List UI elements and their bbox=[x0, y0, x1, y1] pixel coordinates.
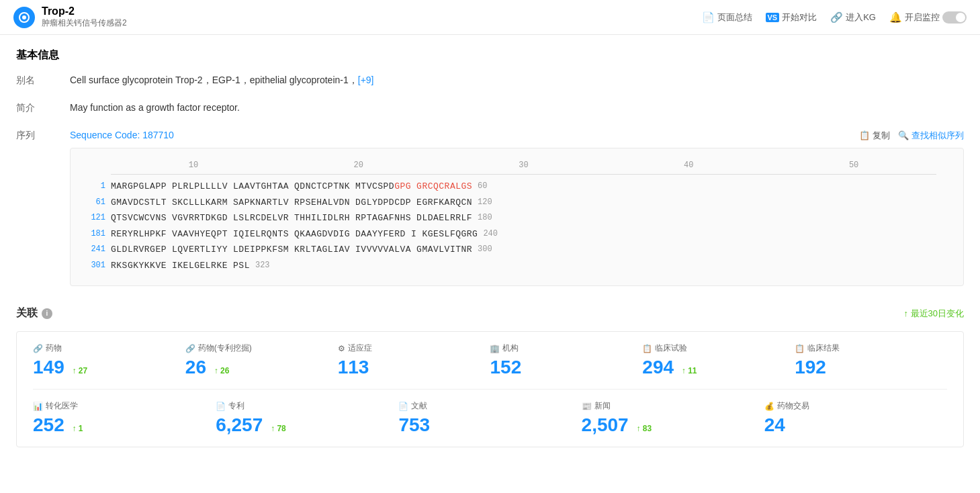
header: Trop-2 肿瘤相关钙信号传感器2 📄 页面总结 VS 开始对比 🔗 进入KG… bbox=[0, 0, 980, 35]
seq-row-3: 121 QTSVCWCVNS VGVRRTDKGD LSLRCDELVR THH… bbox=[84, 212, 950, 225]
seq-ruler: 10 20 30 40 50 bbox=[84, 159, 950, 171]
seq-blocks-2: GMAVDCSTLT SKCLLLKARM SAPKNARTLV RPSEHAL… bbox=[111, 196, 472, 210]
relations-info-icon[interactable]: i bbox=[42, 308, 52, 319]
compare-icon: VS bbox=[766, 13, 780, 22]
stat-literature[interactable]: 📄 文献 753 bbox=[398, 400, 581, 436]
stat-drug[interactable]: 🔗 药物 149 ↑ 27 bbox=[33, 343, 185, 378]
find-similar-button[interactable]: 🔍 查找相似序列 bbox=[898, 129, 964, 142]
alias-text: Cell surface glycoprotein Trop-2，EGP-1，e… bbox=[70, 75, 358, 85]
stat-news-value: 2,507 ↑ 83 bbox=[582, 414, 754, 436]
drug-icon: 🔗 bbox=[33, 344, 43, 353]
seq-num-end-5: 300 bbox=[472, 243, 499, 257]
main-content: 基本信息 别名 Cell surface glycoprotein Trop-2… bbox=[0, 35, 980, 461]
stat-drug-patent-label: 🔗 药物(专利挖掘) bbox=[185, 343, 327, 354]
seq-row-5: 241 GLDLRVRGEP LQVERTLIYY LDEIPPKFSM KRL… bbox=[84, 243, 950, 257]
news-icon: 📰 bbox=[582, 402, 592, 411]
relations-title-text: 关联 bbox=[16, 306, 38, 320]
seq-num-5: 241 bbox=[84, 243, 111, 257]
seq-num-1: 1 bbox=[84, 180, 111, 193]
monitor-icon: 🔔 bbox=[889, 11, 902, 24]
relations-header: 关联 i ↑ 最近30日变化 bbox=[16, 306, 964, 320]
stat-drug-patent[interactable]: 🔗 药物(专利挖掘) 26 ↑ 26 bbox=[185, 343, 338, 378]
copy-icon: 📋 bbox=[859, 129, 870, 142]
kg-icon: 🔗 bbox=[830, 11, 843, 24]
stat-institution-label: 🏢 机构 bbox=[490, 343, 631, 354]
stat-clinical-trial-value: 294 ↑ 11 bbox=[642, 357, 784, 378]
stat-news[interactable]: 📰 新闻 2,507 ↑ 83 bbox=[582, 400, 764, 436]
sequence-box: 10 20 30 40 50 1 MARGPGLAPP PLRLPLLLLV L… bbox=[70, 148, 964, 286]
protein-title: Trop-2 bbox=[42, 5, 127, 17]
stat-clinical-trial[interactable]: 📋 临床试验 294 ↑ 11 bbox=[642, 343, 795, 378]
stat-drug-value: 149 ↑ 27 bbox=[33, 357, 175, 378]
header-actions: 📄 页面总结 VS 开始对比 🔗 进入KG 🔔 开启监控 bbox=[702, 11, 967, 24]
start-compare-button[interactable]: VS 开始对比 bbox=[766, 11, 817, 24]
seq-blocks-4: RERYRLHPKF VAAVHYEQPT IQIELRQNTS QKAAGDV… bbox=[111, 228, 478, 241]
stats-box: 🔗 药物 149 ↑ 27 🔗 药物(专利挖掘) 26 ↑ bbox=[16, 331, 964, 447]
seq-blocks-3: QTSVCWCVNS VGVRRTDKGD LSLRCDELVR THHILID… bbox=[111, 212, 472, 225]
seq-num-end-2: 120 bbox=[472, 196, 499, 210]
seq-blocks-1: MARGPGLAPP PLRLPLLLLV LAAVTGHTAA QDNCTCP… bbox=[111, 180, 472, 193]
stat-clinical-result[interactable]: 📋 临床结果 192 bbox=[795, 343, 947, 378]
seq-row-2: 61 GMAVDCSTLT SKCLLLKARM SAPKNARTLV RPSE… bbox=[84, 196, 950, 210]
stat-clinical-result-value: 192 bbox=[795, 357, 936, 378]
kg-label: 进入KG bbox=[846, 11, 876, 24]
page-summary-icon: 📄 bbox=[702, 11, 715, 24]
stat-patent-label: 📄 专利 bbox=[216, 400, 388, 412]
seq-num-end-6: 323 bbox=[250, 259, 277, 273]
stat-indication[interactable]: ⚙ 适应症 113 bbox=[338, 343, 490, 378]
seq-blocks-6: RKSGKYKKVE IKELGELRKE PSL bbox=[111, 259, 250, 273]
stat-news-label: 📰 新闻 bbox=[582, 400, 754, 412]
stat-indication-label: ⚙ 适应症 bbox=[338, 343, 480, 354]
stat-literature-label: 📄 文献 bbox=[398, 400, 570, 412]
seq-num-4: 181 bbox=[84, 228, 111, 241]
monitor-label: 开启监控 bbox=[905, 11, 940, 24]
intro-row: 简介 May function as a growth factor recep… bbox=[16, 101, 964, 115]
clinical-result-icon: 📋 bbox=[795, 344, 805, 353]
literature-icon: 📄 bbox=[398, 402, 408, 411]
stat-drug-deal[interactable]: 💰 药物交易 24 bbox=[764, 400, 947, 436]
find-similar-label: 查找相似序列 bbox=[911, 129, 964, 142]
institution-icon: 🏢 bbox=[490, 344, 500, 353]
seq-num-2: 61 bbox=[84, 196, 111, 210]
page-summary-button[interactable]: 📄 页面总结 bbox=[702, 11, 752, 24]
title-group: Trop-2 肿瘤相关钙信号传感器2 bbox=[42, 5, 127, 29]
alias-more-link[interactable]: [+9] bbox=[358, 75, 374, 85]
seq-code[interactable]: Sequence Code: 187710 bbox=[70, 128, 174, 142]
alias-label: 别名 bbox=[16, 73, 70, 87]
app-icon bbox=[13, 7, 35, 28]
stat-translational[interactable]: 📊 转化医学 252 ↑ 1 bbox=[33, 400, 216, 436]
seq-ruler-line bbox=[111, 174, 936, 175]
seq-content: Sequence Code: 187710 📋 复制 🔍 查找相似序列 10 bbox=[70, 128, 964, 286]
change-label: ↑ 最近30日变化 bbox=[903, 308, 964, 320]
stat-drug-label: 🔗 药物 bbox=[33, 343, 175, 354]
stat-patent-value: 6,257 ↑ 78 bbox=[216, 414, 388, 436]
stat-literature-value: 753 bbox=[398, 414, 570, 436]
alias-row: 别名 Cell surface glycoprotein Trop-2，EGP-… bbox=[16, 73, 964, 87]
seq-actions: 📋 复制 🔍 查找相似序列 bbox=[859, 129, 964, 142]
open-monitor-button[interactable]: 🔔 开启监控 bbox=[889, 11, 967, 24]
stat-patent[interactable]: 📄 专利 6,257 ↑ 78 bbox=[216, 400, 398, 436]
sequence-row: 序列 Sequence Code: 187710 📋 复制 🔍 查找相似序列 bbox=[16, 128, 964, 286]
stat-news-change: ↑ 83 bbox=[636, 424, 652, 433]
patent-icon: 📄 bbox=[216, 402, 226, 411]
stat-translational-label: 📊 转化医学 bbox=[33, 400, 205, 412]
stat-translational-value: 252 ↑ 1 bbox=[33, 414, 205, 436]
stat-clinical-result-label: 📋 临床结果 bbox=[795, 343, 936, 354]
relations-title: 关联 i bbox=[16, 306, 52, 320]
stats-grid-row2: 📊 转化医学 252 ↑ 1 📄 专利 6,257 ↑ 7 bbox=[33, 400, 947, 436]
header-left: Trop-2 肿瘤相关钙信号传感器2 bbox=[13, 5, 127, 29]
seq-blocks-5: GLDLRVRGEP LQVERTLIYY LDEIPPKFSM KRLTAGL… bbox=[111, 243, 472, 257]
stat-clinical-trial-change: ↑ 11 bbox=[682, 366, 697, 375]
copy-button[interactable]: 📋 复制 bbox=[859, 129, 890, 142]
stat-clinical-trial-label: 📋 临床试验 bbox=[642, 343, 784, 354]
stat-institution[interactable]: 🏢 机构 152 bbox=[490, 343, 642, 378]
seq-row-6: 301 RKSGKYKKVE IKELGELRKE PSL 323 bbox=[84, 259, 950, 273]
stat-drug-patent-change: ↑ 26 bbox=[214, 366, 230, 375]
indication-icon: ⚙ bbox=[338, 344, 345, 353]
stats-grid-row1: 🔗 药物 149 ↑ 27 🔗 药物(专利挖掘) 26 ↑ bbox=[33, 343, 947, 390]
seq-num-3: 121 bbox=[84, 212, 111, 225]
monitor-toggle[interactable] bbox=[942, 11, 967, 24]
seq-num-6: 301 bbox=[84, 259, 111, 273]
enter-kg-button[interactable]: 🔗 进入KG bbox=[830, 11, 876, 24]
seq-num-end-4: 240 bbox=[478, 228, 504, 241]
